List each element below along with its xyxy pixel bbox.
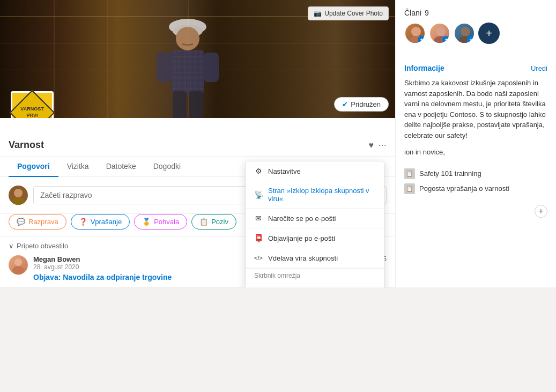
edit-link[interactable]: Uredi	[531, 64, 547, 72]
dropdown-skrbnik-label: Skrbnik omrežja	[246, 268, 384, 282]
divider	[404, 55, 547, 55]
sidebar-link-pogosta[interactable]: 📋 Pogosta vprašanja o varnosti	[404, 181, 547, 196]
svg-point-16	[411, 27, 421, 36]
post-type-poziv[interactable]: 📋 Poziv	[191, 214, 236, 230]
group-title: Varnost	[9, 139, 44, 151]
sidebar-link-safety-101[interactable]: 📋 Safety 101 trainning	[404, 166, 547, 181]
post-email-icon: 📮	[254, 234, 263, 242]
info-description: Skrbimo za kakovost izkušnje zaposlenih …	[404, 78, 547, 140]
svg-point-14	[14, 258, 22, 266]
camera-icon: 📷	[314, 10, 322, 17]
group-header: Varnost ♥ ⋯	[0, 118, 395, 157]
svg-rect-5	[157, 53, 172, 82]
email-icon: ✉	[254, 214, 263, 223]
embed-icon: </>	[254, 254, 263, 262]
member-avatar-3[interactable]: ★	[454, 23, 475, 44]
svg-point-24	[461, 27, 470, 36]
member-avatar-2[interactable]: ★	[429, 23, 450, 44]
svg-point-20	[436, 27, 446, 36]
plus-icon: +	[486, 27, 492, 40]
info-header: Informacije Uredi	[404, 64, 547, 72]
vprasanje-icon: ❓	[79, 218, 87, 226]
tab-pogovori[interactable]: Pogovori	[9, 157, 58, 177]
svg-rect-4	[172, 50, 204, 93]
dropdown-item-objavljanje[interactable]: 📮 Objavljanje po e-pošti	[246, 228, 384, 248]
info-extra: ion in novice,	[404, 147, 547, 158]
tab-dogodki[interactable]: Dogodki	[145, 157, 189, 177]
post-author-avatar	[9, 255, 28, 275]
svg-rect-7	[173, 91, 186, 118]
post-author-name: Megan Bowen	[33, 255, 80, 263]
current-user-avatar	[9, 186, 28, 205]
svg-text:★: ★	[469, 38, 473, 42]
post-date: 28. avgust 2020	[33, 263, 80, 271]
sidebar-links: 📋 Safety 101 trainning 📋 Pogosta vprašan…	[404, 166, 547, 196]
dropdown-item-narocite[interactable]: ✉ Naročite se po e-pošti	[246, 209, 384, 228]
add-link-button[interactable]: +	[535, 205, 547, 218]
svg-point-2	[176, 27, 199, 50]
more-options-icon[interactable]: ⋯	[378, 140, 387, 150]
update-cover-photo-button[interactable]: 📷 Update Cover Photo	[308, 6, 389, 20]
link-icon-1: 📋	[404, 168, 415, 179]
dropdown-menu: ⚙ Nastavitve 📡 Stran »Izklop izklopa sku…	[245, 161, 384, 287]
members-count: 9	[425, 9, 429, 17]
member-avatar-1[interactable]: ★	[404, 23, 426, 44]
razprava-icon: 💬	[17, 218, 25, 226]
info-title: Informacije	[404, 64, 444, 72]
link-icon-2: 📋	[404, 183, 415, 194]
checkmark-icon: ✔	[342, 100, 348, 108]
svg-point-12	[14, 189, 23, 197]
group-logo: VARNOST PRVI	[11, 91, 54, 118]
svg-rect-8	[189, 91, 203, 118]
post-type-vprasanje[interactable]: ❓ Vprašanje	[71, 214, 130, 230]
poziv-icon: 📋	[199, 218, 208, 226]
members-header: Člani 9	[404, 9, 547, 17]
right-sidebar: Člani 9 ★ ★	[395, 0, 556, 287]
post-type-pohvala[interactable]: 🏅 Pohvala	[134, 214, 187, 230]
post-type-razprava[interactable]: 💬 Razprava	[9, 214, 66, 230]
svg-text:★: ★	[444, 38, 448, 42]
svg-point-15	[12, 266, 24, 275]
dropdown-item-network[interactable]: ☰ M za Network	[246, 286, 384, 287]
svg-text:★: ★	[420, 38, 424, 42]
dropdown-item-vdelava[interactable]: </> Vdelava vira skupnosti	[246, 248, 384, 268]
svg-point-13	[12, 197, 25, 205]
member-avatars: ★ ★ ★ +	[404, 23, 547, 44]
dropdown-item-izklop[interactable]: 📡 Stran »Izklop izklopa skupnosti v viru…	[246, 181, 384, 209]
cover-photo: 📷 Update Cover Photo ✔ Pridružen VARNOST…	[0, 0, 395, 118]
settings-icon: ⚙	[254, 167, 263, 175]
rss-icon: 📡	[254, 190, 263, 199]
dropdown-item-nastavitve[interactable]: ⚙ Nastavitve	[246, 161, 384, 181]
chevron-down-icon: ∨	[9, 242, 14, 250]
info-section: Informacije Uredi Skrbimo za kakovost iz…	[404, 64, 547, 158]
tab-vizitka[interactable]: Vizitka	[58, 157, 98, 177]
svg-rect-6	[204, 53, 219, 82]
tab-datoteke[interactable]: Datoteke	[98, 157, 145, 177]
joined-button[interactable]: ✔ Pridružen	[334, 97, 389, 112]
members-section: Člani 9 ★ ★	[404, 9, 547, 44]
heart-icon[interactable]: ♥	[369, 140, 374, 150]
pohvala-icon: 🏅	[142, 218, 151, 226]
add-member-button[interactable]: +	[478, 23, 500, 44]
